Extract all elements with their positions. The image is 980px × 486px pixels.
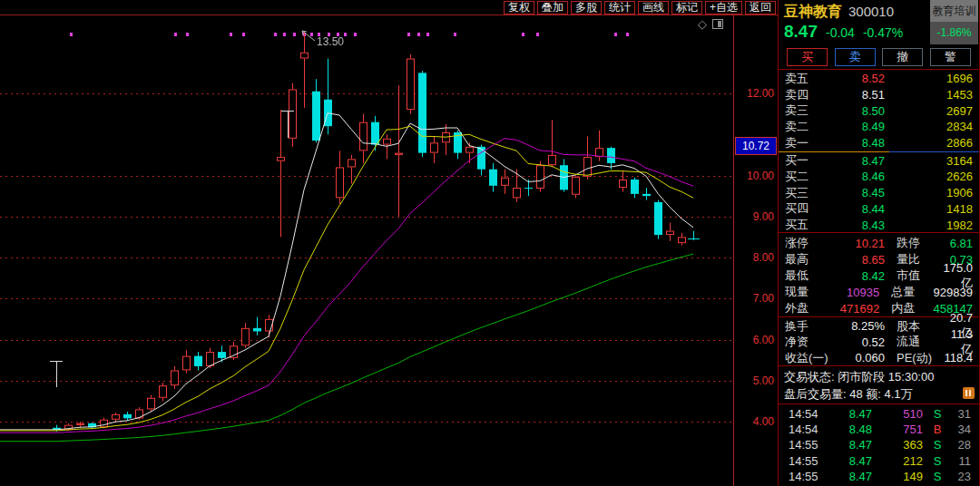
chart-toolbar: 复权 叠加 多股 统计 画线 标记 +自选 返回 — [0, 0, 778, 15]
stat-label: 总量 — [879, 284, 933, 300]
stat-value: 8.42 — [830, 269, 885, 283]
ask-row-3[interactable]: 卖三8.502697 — [779, 102, 979, 119]
ask-volume: 2697 — [885, 104, 973, 118]
bid-volume: 2626 — [885, 170, 973, 183]
toolbar-item-stats[interactable]: 统计 — [604, 1, 635, 15]
tick-volume: 510 — [872, 407, 923, 421]
stats-row: 净资0.52流通11.3亿 — [779, 335, 979, 351]
stat-value: 10.21 — [830, 237, 885, 250]
stat-label: 跌停 — [885, 235, 941, 251]
toolbar-item-back[interactable]: 返回 — [745, 1, 776, 15]
y-axis-label: 7.00 — [753, 291, 774, 306]
tick-price: 8.47 — [827, 470, 872, 483]
tick-side: B — [923, 423, 952, 436]
y-axis-label: 4.00 — [753, 414, 774, 429]
toolbar-item-mark[interactable]: 标记 — [671, 1, 702, 15]
stat-label: 外盘 — [785, 300, 828, 316]
ask-row-5[interactable]: 卖五8.521696 — [779, 71, 979, 87]
cancel-order-button[interactable]: 撤 — [882, 48, 923, 66]
toolbar-item-drawline[interactable]: 画线 — [638, 1, 669, 15]
tick-row: 14:558.47363S28 — [779, 437, 979, 452]
trade-buttons: 买 卖 撤 警 — [779, 45, 979, 70]
ask-row-2[interactable]: 卖二8.492834 — [779, 119, 979, 135]
sector-name: 教育培训 — [930, 0, 978, 22]
tick-volume: 363 — [872, 438, 923, 452]
stat-value: 10935 — [828, 286, 879, 299]
toolbar-item-multi[interactable]: 多股 — [571, 1, 602, 15]
tick-row: 14:558.47149S23 — [779, 469, 979, 484]
stat-value: 929839 — [934, 286, 973, 299]
stat-value: 6.81 — [941, 237, 973, 250]
tick-count: 34 — [952, 423, 971, 436]
tick-volume: 212 — [872, 454, 923, 468]
y-axis-label: 8.00 — [753, 250, 774, 265]
fundamentals-section: 换手8.25%股本20.7亿 净资0.52流通11.3亿 收益(一)0.060P… — [779, 317, 979, 366]
tick-count: 28 — [952, 438, 971, 452]
tick-row: 14:548.48751B34 — [779, 422, 979, 437]
stock-app-window: 复权 叠加 多股 统计 画线 标记 +自选 返回 ◇ 10.72 12.0010… — [0, 0, 980, 486]
y-axis-label: 6.00 — [753, 333, 774, 347]
bid-price: 8.43 — [828, 219, 885, 232]
bid-volume: 1906 — [885, 186, 973, 199]
tick-list[interactable]: 14:548.47510S31 14:548.48751B34 14:558.4… — [779, 404, 979, 486]
stat-label: 最高 — [785, 251, 830, 267]
toolbar-item-add-watch[interactable]: +自选 — [705, 1, 742, 15]
stat-label: 收益(一) — [785, 350, 838, 366]
stat-label: 净资 — [785, 334, 838, 350]
diamond-icon[interactable]: ◇ — [698, 18, 707, 30]
ask-label: 卖二 — [785, 119, 828, 135]
bid-row-2[interactable]: 买二8.462626 — [779, 169, 979, 185]
buy-button[interactable]: 买 — [787, 48, 828, 66]
bid-price: 8.45 — [828, 186, 885, 199]
window-restore-icon[interactable] — [712, 19, 723, 29]
stats-section: 涨停10.21跌停6.81 最高8.65量比0.73 最低8.42市值175.0… — [779, 233, 979, 317]
stats-row: 涨停10.21跌停6.81 — [779, 235, 979, 251]
tick-side: S — [923, 454, 952, 468]
sector-change-pct: -1.86% — [930, 22, 978, 44]
kline-chart[interactable] — [0, 0, 733, 486]
tick-time: 14:55 — [789, 438, 827, 452]
stat-label: 内盘 — [879, 300, 933, 316]
bid-volume: 3164 — [885, 154, 973, 168]
ask-price: 8.51 — [828, 88, 885, 102]
tick-count: 23 — [952, 470, 971, 483]
bid-row-3[interactable]: 买三8.451906 — [779, 185, 979, 201]
stats-row: 收益(一)0.060PE(动)118.4 — [779, 350, 979, 366]
tick-row: 14:548.47510S31 — [779, 406, 979, 422]
toolbar-item-adjust[interactable]: 复权 — [504, 1, 534, 15]
bid-row-4[interactable]: 买四8.441418 — [779, 201, 979, 218]
stock-code: 300010 — [848, 4, 894, 19]
bid-row-5[interactable]: 买五8.431982 — [779, 217, 979, 233]
tick-price: 8.47 — [827, 438, 872, 452]
tick-count: 11 — [952, 454, 971, 468]
tick-side: S — [923, 438, 952, 452]
toolbar-item-overlay[interactable]: 叠加 — [537, 1, 568, 15]
volume-chart-icon[interactable] — [963, 387, 975, 399]
ask-row-1[interactable]: 卖一8.482866 — [779, 135, 979, 151]
bid-price: 8.44 — [828, 202, 885, 216]
bid-row-1[interactable]: 买一8.473164 — [779, 152, 979, 169]
ask-volume: 1453 — [885, 88, 973, 102]
sector-badge[interactable]: 教育培训 -1.86% — [930, 0, 978, 44]
stat-label: PE(动) — [885, 350, 941, 366]
ask-label: 卖五 — [785, 71, 828, 87]
stat-label: 换手 — [785, 318, 838, 335]
quote-panel: 豆神教育 300010 8.47 -0.04 -0.47% 教育培训 -1.86… — [778, 0, 980, 486]
stat-label: 市值 — [885, 267, 941, 284]
stat-label: 量比 — [885, 251, 941, 267]
y-axis-label: 12.00 — [747, 86, 774, 101]
tick-price: 8.47 — [827, 454, 872, 468]
last-price: 8.47 — [784, 22, 818, 42]
tick-side: S — [923, 407, 952, 421]
tick-side: S — [923, 470, 952, 483]
price-change: -0.04 — [826, 25, 855, 40]
alert-button[interactable]: 警 — [930, 48, 971, 66]
ask-price: 8.52 — [828, 72, 885, 85]
tick-time: 14:55 — [789, 454, 827, 468]
after-hours-line: 盘后交易量: 48 额: 4.1万 — [784, 385, 974, 403]
ask-volume: 2866 — [885, 136, 973, 150]
ask-row-4[interactable]: 卖四8.511453 — [779, 87, 979, 103]
bid-label: 买一 — [785, 152, 828, 169]
stat-value: 8.25% — [838, 319, 885, 333]
sell-button[interactable]: 卖 — [835, 48, 876, 66]
